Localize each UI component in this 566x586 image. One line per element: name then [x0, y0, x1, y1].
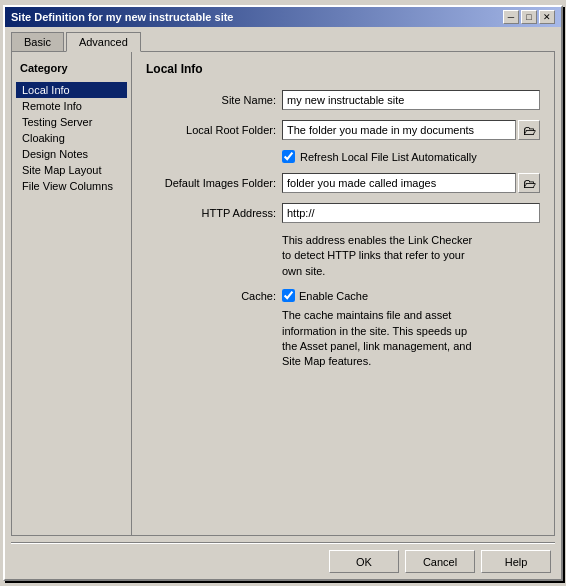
refresh-label: Refresh Local File List Automatically [300, 151, 477, 163]
http-address-input[interactable] [282, 203, 540, 223]
site-name-row: Site Name: [146, 90, 540, 110]
refresh-checkbox-row: Refresh Local File List Automatically [146, 150, 540, 163]
title-bar: Site Definition for my new instructable … [5, 7, 561, 27]
local-root-folder-button[interactable]: 🗁 [518, 120, 540, 140]
sidebar-item-cloaking[interactable]: Cloaking [16, 130, 127, 146]
footer: OK Cancel Help [5, 544, 561, 579]
cache-checkbox[interactable] [282, 289, 295, 302]
panel-title: Local Info [146, 62, 540, 76]
local-root-row: Local Root Folder: 🗁 [146, 120, 540, 140]
category-label: Category [16, 60, 127, 76]
sidebar: Category Local Info Remote Info Testing … [12, 52, 132, 535]
tab-basic[interactable]: Basic [11, 32, 64, 52]
sidebar-item-remote-info[interactable]: Remote Info [16, 98, 127, 114]
sidebar-item-testing-server[interactable]: Testing Server [16, 114, 127, 130]
local-root-input[interactable] [282, 120, 516, 140]
sidebar-item-file-view-columns[interactable]: File View Columns [16, 178, 127, 194]
local-root-label: Local Root Folder: [146, 124, 276, 136]
tab-bar: Basic Advanced [5, 27, 561, 51]
minimize-button[interactable]: ─ [503, 10, 519, 24]
cache-row: Cache: Enable Cache [146, 289, 540, 302]
help-button[interactable]: Help [481, 550, 551, 573]
cancel-button[interactable]: Cancel [405, 550, 475, 573]
sidebar-item-site-map-layout[interactable]: Site Map Layout [16, 162, 127, 178]
default-images-row: Default Images Folder: 🗁 [146, 173, 540, 193]
http-address-label: HTTP Address: [146, 207, 276, 219]
site-name-label: Site Name: [146, 94, 276, 106]
default-images-input[interactable] [282, 173, 516, 193]
cache-check-wrapper: Enable Cache [282, 289, 368, 302]
default-images-label: Default Images Folder: [146, 177, 276, 189]
sidebar-item-local-info[interactable]: Local Info [16, 82, 127, 98]
cache-label: Cache: [146, 290, 276, 302]
default-images-folder-button[interactable]: 🗁 [518, 173, 540, 193]
ok-button[interactable]: OK [329, 550, 399, 573]
tab-advanced[interactable]: Advanced [66, 32, 141, 52]
close-button[interactable]: ✕ [539, 10, 555, 24]
cache-check-label: Enable Cache [299, 290, 368, 302]
http-address-row: HTTP Address: [146, 203, 540, 223]
site-name-input[interactable] [282, 90, 540, 110]
content-area: Category Local Info Remote Info Testing … [11, 51, 555, 536]
cache-description: The cache maintains file and asset infor… [282, 308, 482, 370]
main-panel: Local Info Site Name: Local Root Folder:… [132, 52, 554, 535]
refresh-checkbox[interactable] [282, 150, 295, 163]
sidebar-item-design-notes[interactable]: Design Notes [16, 146, 127, 162]
main-window: Site Definition for my new instructable … [3, 5, 563, 581]
window-title: Site Definition for my new instructable … [11, 11, 233, 23]
title-bar-controls: ─ □ ✕ [503, 10, 555, 24]
maximize-button[interactable]: □ [521, 10, 537, 24]
http-description: This address enables the Link Checker to… [282, 233, 482, 279]
